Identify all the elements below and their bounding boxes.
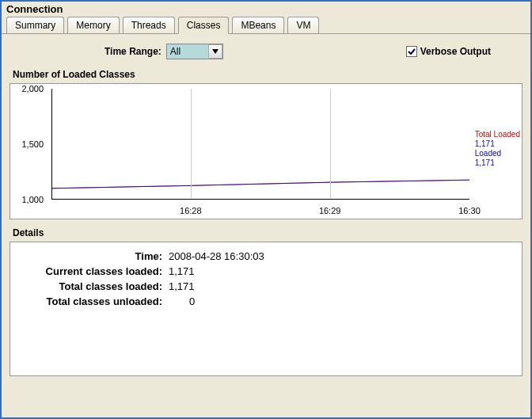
detail-value-time: 2008-04-28 16:30:03 — [165, 249, 264, 264]
detail-label-total-unloaded: Total classes unloaded: — [18, 294, 165, 309]
legend-loaded: Loaded — [475, 149, 520, 158]
gridline — [191, 89, 192, 199]
chart-lines — [52, 89, 469, 199]
detail-label-total-loaded: Total classes loaded: — [18, 279, 165, 294]
connection-window: Connection Summary Memory Threads Classe… — [0, 0, 532, 419]
y-tick-2000: 2,000 — [21, 84, 44, 93]
svg-marker-0 — [212, 49, 218, 54]
time-range-label: Time Range: — [104, 46, 162, 57]
details-panel: Time: 2008-04-28 16:30:03 Current classe… — [10, 242, 522, 376]
classes-chart: 2,000 1,500 1,000 16:28 16:29 16:30 Tota… — [10, 83, 522, 219]
detail-value-total-unloaded: 0 — [165, 294, 264, 309]
legend-total-loaded-value: 1,171 — [475, 139, 520, 149]
chevron-down-icon[interactable] — [208, 44, 222, 59]
legend-total-loaded: Total Loaded — [475, 130, 520, 139]
tab-bar: Summary Memory Threads Classes MBeans VM — [2, 15, 530, 34]
gridline — [330, 89, 331, 199]
y-tick-1500: 1,500 — [21, 139, 44, 149]
tab-classes[interactable]: Classes — [178, 17, 230, 34]
tab-vm[interactable]: VM — [287, 17, 319, 33]
x-tick-1628: 16:28 — [180, 206, 202, 215]
tab-mbeans[interactable]: MBeans — [232, 17, 284, 33]
verbose-output-group: Verbose Output — [406, 46, 491, 57]
time-range-group: Time Range: All — [104, 44, 223, 59]
details-table: Time: 2008-04-28 16:30:03 Current classe… — [18, 249, 264, 309]
chart-legend: Total Loaded 1,171 Loaded 1,171 — [475, 130, 520, 168]
detail-value-total-loaded: 1,171 — [165, 279, 264, 294]
content-area: Time Range: All Verbose Output Number of… — [2, 34, 530, 381]
controls-row: Time Range: All Verbose Output — [10, 39, 522, 67]
details-title: Details — [10, 226, 522, 240]
tab-memory[interactable]: Memory — [67, 17, 119, 33]
verbose-label: Verbose Output — [420, 46, 491, 57]
tab-summary[interactable]: Summary — [6, 17, 64, 33]
y-tick-1000: 1,000 — [21, 195, 44, 204]
plot-area — [51, 89, 469, 200]
legend-loaded-value: 1,171 — [475, 158, 520, 168]
time-range-select[interactable]: All — [166, 44, 223, 59]
chart-title: Number of Loaded Classes — [10, 67, 522, 82]
detail-value-current-loaded: 1,171 — [165, 264, 264, 279]
detail-label-time: Time: — [18, 249, 165, 264]
y-axis: 2,000 1,500 1,000 — [10, 89, 48, 200]
verbose-checkbox[interactable] — [406, 46, 417, 57]
x-tick-1630: 16:30 — [458, 206, 481, 215]
tab-threads[interactable]: Threads — [123, 17, 175, 33]
detail-label-current-loaded: Current classes loaded: — [18, 264, 165, 279]
window-title: Connection — [2, 2, 530, 15]
x-tick-1629: 16:29 — [319, 206, 341, 215]
time-range-value: All — [167, 46, 208, 57]
